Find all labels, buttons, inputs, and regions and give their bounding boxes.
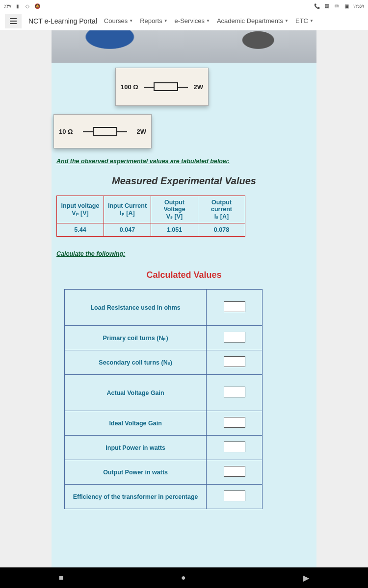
resistor-power: 2W	[193, 83, 203, 91]
resistor-power: 2W	[137, 128, 147, 135]
nav-courses[interactable]: Courses ▼	[104, 17, 133, 24]
calc-answer-cell	[207, 326, 263, 350]
picture-icon: ▣	[343, 2, 350, 9]
nav-reports[interactable]: Reports ▼	[140, 17, 167, 24]
note-calculate: Calculate the following:	[56, 250, 316, 257]
mute-icon: 🔕	[34, 2, 41, 9]
answer-input[interactable]	[224, 441, 245, 452]
nav-label: Academic Departments	[217, 17, 283, 24]
chevron-down-icon: ▼	[310, 19, 314, 23]
answer-input[interactable]	[224, 356, 245, 367]
battery-text: ٪٣٧	[4, 3, 11, 9]
calc-row-label: Output Power in watts	[65, 460, 207, 485]
resistor-value: 100 Ω	[121, 83, 138, 91]
calc-answer-cell	[207, 411, 263, 436]
measured-table: Input voltageVₚ [V] Input CurrentIₚ [A] …	[56, 196, 245, 237]
calc-row-label: Actual Voltage Gain	[65, 375, 207, 411]
chevron-down-icon: ▼	[285, 19, 289, 23]
col-header: Output VoltageVₛ [V]	[151, 196, 198, 223]
col-header: Input voltageVₚ [V]	[57, 196, 104, 223]
resistor-100ohm: 100 Ω 2W	[115, 68, 209, 106]
calc-answer-cell	[207, 350, 263, 375]
answer-input[interactable]	[224, 301, 245, 312]
battery-icon: ▮	[14, 2, 21, 9]
resistor-photos: 100 Ω 2W 10 Ω 2W	[52, 63, 316, 151]
calc-row-label: Secondary coil turns (Nₛ)	[65, 350, 207, 375]
nav-label: Courses	[104, 17, 128, 24]
calculated-title: Calculated Values	[52, 270, 316, 280]
calculated-table: Load Resistance used in ohms Primary coi…	[64, 289, 263, 509]
calc-row-label: Efficiency of the transformer in percent…	[65, 485, 207, 509]
back-button[interactable]: ▶	[303, 573, 309, 583]
col-header: Input CurrentIₚ [A]	[104, 196, 151, 223]
device-status-bar: ٪٣٧ ▮ ◇ 🔕 📞 🖼 ✉ ▣ ١٢:٥٩	[0, 0, 368, 12]
home-button[interactable]: ●	[181, 573, 186, 582]
table-cell: 0.078	[198, 223, 245, 237]
chevron-down-icon: ▼	[129, 19, 133, 23]
document-body: 100 Ω 2W 10 Ω 2W And the observed experi…	[52, 30, 316, 567]
calc-answer-cell	[207, 436, 263, 460]
col-header: Output currentIₛ [A]	[198, 196, 245, 223]
image-icon: 🖼	[323, 2, 330, 9]
page-scroll-area[interactable]: 100 Ω 2W 10 Ω 2W And the observed experi…	[0, 30, 368, 567]
nav-label: Reports	[140, 17, 162, 24]
resistor-10ohm: 10 Ω 2W	[53, 114, 152, 148]
clock-text: ١٢:٥٩	[353, 3, 364, 9]
phone-icon: 📞	[314, 2, 320, 9]
chevron-down-icon: ▼	[164, 19, 168, 23]
answer-input[interactable]	[224, 490, 245, 501]
calc-answer-cell	[207, 485, 263, 509]
answer-input[interactable]	[224, 332, 245, 343]
nav-departments[interactable]: Academic Departments ▼	[217, 17, 289, 24]
answer-input[interactable]	[224, 387, 245, 397]
app-header: NCT e-Learning Portal Courses ▼ Reports …	[0, 12, 368, 30]
transformer-photo	[52, 30, 316, 63]
wifi-icon: ◇	[24, 2, 31, 9]
calc-answer-cell	[207, 290, 263, 326]
nav-label: e-Services	[175, 17, 205, 24]
calc-row-label: Ideal Voltage Gain	[65, 411, 207, 436]
portal-title: NCT e-Learning Portal	[28, 17, 97, 25]
recent-apps-button[interactable]: ■	[59, 573, 64, 582]
chevron-down-icon: ▼	[206, 19, 210, 23]
note-pre-table: And the observed experimental values are…	[56, 158, 316, 165]
calc-answer-cell	[207, 375, 263, 411]
device-nav-bar: ■ ● ▶	[0, 567, 368, 588]
resistor-symbol-icon	[154, 82, 178, 91]
calc-row-label: Primary coil turns (Nₚ)	[65, 326, 207, 350]
nav-label: ETC	[295, 17, 308, 24]
nav-eservices[interactable]: e-Services ▼	[175, 17, 210, 24]
calc-row-label: Load Resistance used in ohms	[65, 290, 207, 326]
resistor-symbol-icon	[93, 127, 117, 136]
measured-title: Measured Experimental Values	[52, 175, 316, 187]
mail-icon: ✉	[333, 2, 340, 9]
nav-etc[interactable]: ETC ▼	[295, 17, 314, 24]
calc-row-label: Input Power in watts	[65, 436, 207, 460]
menu-button[interactable]	[5, 14, 22, 28]
table-cell: 1.051	[151, 223, 198, 237]
table-cell: 0.047	[104, 223, 151, 237]
answer-input[interactable]	[224, 417, 245, 428]
resistor-value: 10 Ω	[59, 128, 73, 135]
calc-answer-cell	[207, 460, 263, 485]
table-cell: 5.44	[57, 223, 104, 237]
answer-input[interactable]	[224, 466, 245, 477]
